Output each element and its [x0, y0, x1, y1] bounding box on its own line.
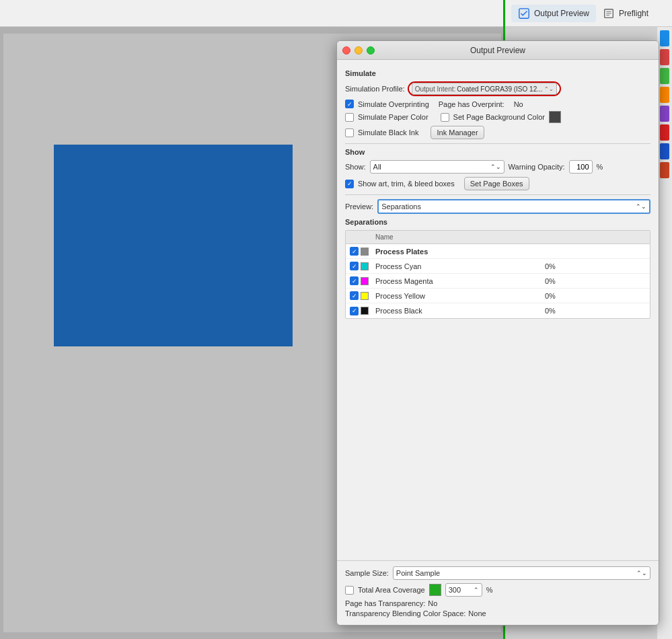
transparency-blending-row: Transparency Blending Color Space: None — [345, 609, 650, 617]
show-label: Show: — [345, 163, 366, 171]
preflight-icon — [603, 7, 615, 20]
page-transparency-row: Page has Transparency: No — [345, 599, 650, 607]
simulation-profile-dropdown[interactable]: Output Intent: Coated FOGRA39 (ISO 12...… — [408, 81, 561, 96]
show-art-trim-checkbox[interactable] — [345, 180, 354, 188]
sep-table-row[interactable]: Process Cyan0% — [346, 259, 650, 274]
sep-check-cell — [346, 262, 373, 270]
tac-value-dropdown[interactable]: 300 ⌃ — [445, 583, 482, 597]
sep-check-cell — [346, 307, 373, 315]
show-art-trim-row: Show art, trim, & bleed boxes Set Page B… — [345, 177, 650, 190]
simulate-black-ink-label: Simulate Black Ink — [358, 128, 418, 137]
show-header: Show — [345, 148, 650, 156]
sidebar-tab-brown[interactable] — [660, 162, 669, 178]
minimize-button[interactable] — [354, 46, 363, 54]
simulate-overprinting-row: Simulate Overprinting Page has Overprint… — [345, 100, 650, 108]
sep-row-name: Process Black — [373, 307, 542, 315]
profile-dropdown-arrow: ⌃⌄ — [544, 86, 554, 92]
sidebar-tab-blue[interactable] — [660, 30, 669, 46]
preview-dropdown[interactable]: Separations ⌃⌄ — [377, 199, 650, 214]
warning-opacity-input[interactable] — [569, 160, 593, 174]
sep-col-check — [346, 232, 373, 242]
sample-size-label: Sample Size: — [345, 569, 389, 577]
separations-table: Name Process PlatesProcess Cyan0%Process… — [345, 230, 650, 319]
sep-row-checkbox[interactable] — [350, 307, 359, 315]
sep-row-name: Process Magenta — [373, 277, 542, 285]
sidebar-tab-blue2[interactable] — [660, 143, 669, 159]
paper-color-row: Simulate Paper Color Set Page Background… — [345, 111, 650, 123]
tac-label: Total Area Coverage — [358, 586, 425, 594]
top-toolbar: Output Preview Preflight — [0, 0, 672, 27]
sep-rows-container: Process PlatesProcess Cyan0%Process Mage… — [346, 244, 650, 318]
simulate-header: Simulate — [345, 69, 650, 77]
show-row: Show: All ⌃⌄ Warning Opacity: % — [345, 160, 650, 174]
sep-table-row[interactable]: Process Plates — [346, 244, 650, 259]
show-dropdown-arrow: ⌃⌄ — [490, 163, 501, 170]
sep-table-header: Name — [346, 231, 650, 244]
sep-row-value: 0% — [542, 277, 596, 285]
set-page-boxes-button[interactable]: Set Page Boxes — [464, 177, 529, 190]
blue-rectangle — [54, 145, 293, 346]
panel-body: Simulate Simulation Profile: Output Inte… — [337, 60, 659, 326]
sidebar-tab-purple[interactable] — [660, 106, 669, 122]
sep-row-checkbox[interactable] — [350, 291, 359, 300]
sep-row-color-swatch — [361, 292, 369, 300]
show-dropdown[interactable]: All ⌃⌄ — [370, 160, 505, 174]
page-has-overprint-label: Page has Overprint: — [439, 100, 505, 108]
preview-value: Separations — [381, 202, 421, 211]
sep-col-name: Name — [373, 232, 542, 242]
sidebar-tab-red2[interactable] — [660, 124, 669, 141]
page-transparency-label: Page has Transparency: — [345, 599, 425, 607]
sep-row-checkbox[interactable] — [350, 276, 359, 285]
divider-1 — [345, 143, 650, 144]
sidebar-tab-orange[interactable] — [660, 87, 669, 103]
sidebar-tab-red1[interactable] — [660, 49, 669, 65]
simulate-black-ink-checkbox[interactable] — [345, 128, 354, 137]
sample-size-dropdown[interactable]: Point Sample ⌃⌄ — [393, 566, 650, 580]
close-button[interactable] — [342, 46, 350, 54]
sep-check-cell — [346, 276, 373, 285]
preview-label: Preview: — [345, 202, 373, 211]
bg-color-swatch[interactable] — [549, 111, 561, 123]
output-preview-label: Output Preview — [534, 9, 589, 18]
simulation-profile-label: Simulation Profile: — [345, 85, 405, 93]
divider-2 — [345, 194, 650, 195]
output-preview-toolbar-item[interactable]: Output Preview — [511, 5, 596, 22]
sep-check-cell — [346, 291, 373, 300]
simulate-overprinting-label: Simulate Overprinting — [358, 100, 429, 108]
simulate-paper-color-checkbox[interactable] — [345, 113, 354, 122]
sep-col-val1 — [542, 232, 596, 242]
sep-row-color-swatch — [361, 277, 369, 285]
sep-row-name: Process Cyan — [373, 262, 542, 270]
sidebar-tab-green[interactable] — [660, 68, 669, 84]
sep-table-row[interactable]: Process Black0% — [346, 303, 650, 318]
tac-value: 300 — [449, 586, 461, 594]
zoom-button[interactable] — [367, 46, 375, 54]
sample-dropdown-arrow: ⌃⌄ — [636, 570, 647, 576]
page-transparency-value: No — [428, 599, 437, 607]
sep-table-row[interactable]: Process Magenta0% — [346, 274, 650, 289]
panel-title: Output Preview — [470, 46, 525, 55]
warning-opacity-label: Warning Opacity: — [509, 163, 565, 171]
sep-row-checkbox[interactable] — [350, 262, 359, 270]
page-has-overprint-value: No — [514, 100, 523, 108]
ink-manager-button[interactable]: Ink Manager — [431, 126, 484, 139]
set-page-bg-checkbox[interactable] — [441, 113, 449, 122]
sample-size-value: Point Sample — [396, 569, 440, 577]
tac-checkbox[interactable] — [345, 586, 354, 595]
simulation-profile-row: Simulation Profile: Output Intent: Coate… — [345, 81, 650, 96]
output-intent-label: Output Intent: — [415, 85, 456, 93]
sep-row-name: Process Plates — [373, 248, 542, 256]
preflight-toolbar-item[interactable]: Preflight — [596, 5, 655, 22]
simulate-overprinting-checkbox[interactable] — [345, 100, 354, 108]
separations-header: Separations — [345, 218, 650, 226]
sep-check-cell — [346, 247, 373, 256]
sep-row-value: 0% — [542, 307, 596, 315]
preview-row: Preview: Separations ⌃⌄ — [345, 199, 650, 214]
sep-row-checkbox[interactable] — [350, 247, 359, 256]
sep-table-row[interactable]: Process Yellow0% — [346, 289, 650, 303]
traffic-lights — [342, 46, 375, 54]
sep-col-val2 — [596, 232, 650, 242]
tac-unit: % — [486, 586, 493, 594]
tac-color-swatch[interactable] — [429, 584, 441, 596]
transparency-blending-label: Transparency Blending Color Space: — [345, 609, 465, 617]
